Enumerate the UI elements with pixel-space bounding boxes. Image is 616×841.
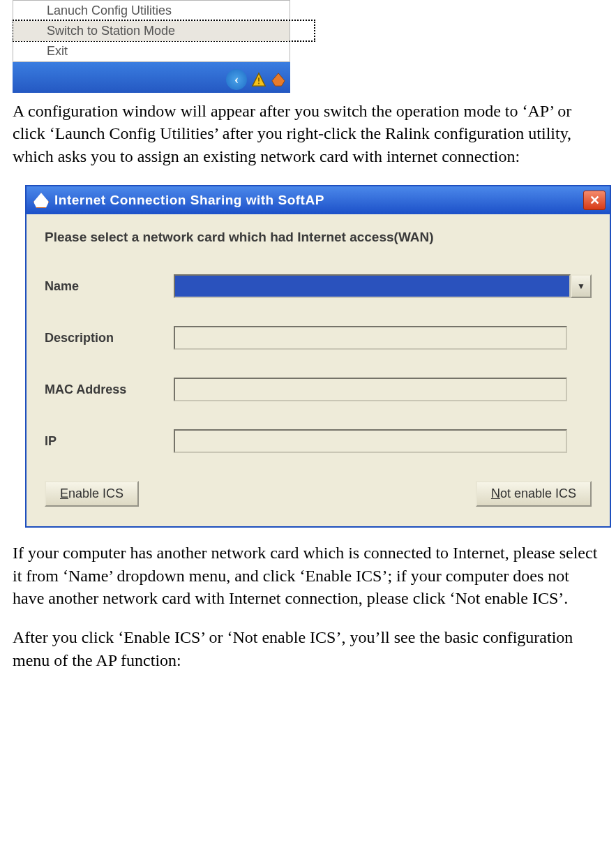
label-mac: MAC Address xyxy=(45,382,174,397)
context-menu-item[interactable]: Lanuch Config Utilities xyxy=(13,1,290,21)
dialog-button-row: Enable ICS Not enable ICS xyxy=(45,481,592,507)
context-menu: Lanuch Config Utilities Switch to Statio… xyxy=(13,0,290,62)
label-description: Description xyxy=(45,331,174,345)
form-row-description: Description xyxy=(45,326,592,350)
svg-rect-1 xyxy=(258,77,260,82)
label-name: Name xyxy=(45,279,174,294)
description-field xyxy=(174,326,567,350)
ics-dialog: Internet Connection Sharing with SoftAP … xyxy=(25,185,611,528)
system-tray: ‹ xyxy=(226,69,286,90)
warning-icon xyxy=(251,72,266,87)
taskbar: ‹ xyxy=(13,62,290,93)
not-enable-ics-button[interactable]: Not enable ICS xyxy=(476,481,592,507)
doc-paragraph: After you click ‘Enable ICS’ or ‘Not ena… xyxy=(13,626,603,671)
tray-expand-icon[interactable]: ‹ xyxy=(226,69,247,90)
context-menu-screenshot: Lanuch Config Utilities Switch to Statio… xyxy=(13,0,290,93)
doc-paragraph: If your computer has another network car… xyxy=(13,542,603,609)
form-row-ip: IP xyxy=(45,429,592,453)
button-text: nable ICS xyxy=(68,486,123,500)
name-dropdown[interactable]: ▼ xyxy=(174,274,592,298)
name-dropdown-field[interactable] xyxy=(174,274,571,298)
close-icon: ✕ xyxy=(589,193,600,208)
close-button[interactable]: ✕ xyxy=(583,191,606,210)
svg-rect-2 xyxy=(258,83,260,84)
app-icon xyxy=(33,193,49,208)
svg-marker-3 xyxy=(272,73,285,86)
form-row-mac: MAC Address xyxy=(45,378,592,401)
ralink-tray-icon[interactable] xyxy=(271,72,286,87)
dialog-prompt: Please select a network card which had I… xyxy=(45,230,592,245)
label-ip: IP xyxy=(45,434,174,449)
doc-paragraph: A configuration window will appear after… xyxy=(13,100,603,168)
mac-field xyxy=(174,378,567,401)
button-text: ot enable ICS xyxy=(500,486,576,500)
chevron-down-icon[interactable]: ▼ xyxy=(571,274,592,298)
context-menu-item[interactable]: Exit xyxy=(13,41,290,61)
form-row-name: Name ▼ xyxy=(45,274,592,298)
button-accel: E xyxy=(60,486,68,500)
ip-field xyxy=(174,429,567,453)
titlebar: Internet Connection Sharing with SoftAP … xyxy=(27,186,610,214)
enable-ics-button[interactable]: Enable ICS xyxy=(45,481,139,507)
window-title: Internet Connection Sharing with SoftAP xyxy=(54,193,324,208)
dialog-body: Please select a network card which had I… xyxy=(27,214,610,526)
context-menu-item[interactable]: Switch to Station Mode xyxy=(13,21,290,41)
button-accel: N xyxy=(491,486,500,500)
